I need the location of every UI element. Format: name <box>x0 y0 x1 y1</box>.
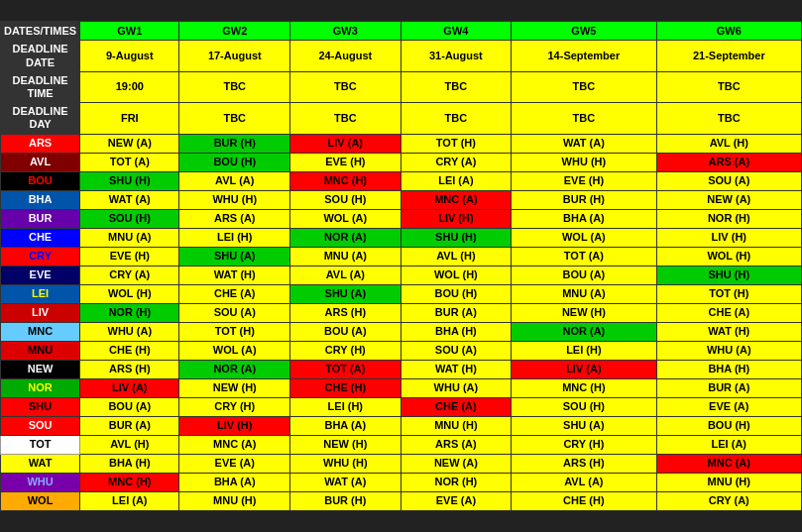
team-row: CHEMNU (A)LEI (H)NOR (A)SHU (H)WOL (A)LI… <box>1 228 802 247</box>
team-gw2-fixture: MNU (H) <box>179 491 290 510</box>
team-gw5-fixture: ARS (H) <box>512 454 656 473</box>
gw3-header: GW3 <box>290 22 401 41</box>
team-name: WOL <box>1 491 80 510</box>
team-gw3-fixture: LIV (A) <box>290 134 401 153</box>
team-gw6-fixture: CRY (A) <box>656 491 801 510</box>
team-gw5-fixture: BHA (A) <box>512 209 656 228</box>
team-row: BURSOU (H)ARS (A)WOL (A)LIV (H)BHA (A)NO… <box>1 209 802 228</box>
team-gw4-fixture: WAT (H) <box>401 360 512 378</box>
team-gw4-fixture: EVE (A) <box>401 491 512 510</box>
team-gw6-fixture: LEI (A) <box>656 435 801 454</box>
team-gw2-fixture: MNC (A) <box>179 435 290 454</box>
team-gw1-fixture: ARS (H) <box>80 360 179 378</box>
team-gw5-fixture: MNU (A) <box>512 284 656 303</box>
team-gw5-fixture: TOT (A) <box>512 247 656 266</box>
team-gw3-fixture: BHA (A) <box>290 416 401 435</box>
team-gw3-fixture: NOR (A) <box>290 228 401 247</box>
info-row: DEADLINE TIME19:00TBCTBCTBCTBCTBC <box>1 71 802 102</box>
info-gw2: TBC <box>179 103 290 134</box>
team-gw3-fixture: TOT (A) <box>290 360 401 378</box>
team-name: SOU <box>1 416 80 435</box>
team-gw4-fixture: BHA (H) <box>401 322 512 341</box>
team-gw4-fixture: TOT (H) <box>401 134 512 153</box>
team-gw4-fixture: BUR (A) <box>401 303 512 322</box>
info-row: DEADLINE DAYFRITBCTBCTBCTBCTBC <box>1 103 802 134</box>
dates-times-header: DATES/TIMES <box>1 22 80 41</box>
team-gw3-fixture: AVL (A) <box>290 266 401 284</box>
team-gw6-fixture: WAT (H) <box>656 322 801 341</box>
team-gw1-fixture: WOL (H) <box>80 284 179 303</box>
team-gw1-fixture: MNC (H) <box>80 473 179 491</box>
team-name: TOT <box>1 435 80 454</box>
team-gw6-fixture: NOR (H) <box>656 209 801 228</box>
team-gw2-fixture: NEW (H) <box>179 378 290 397</box>
team-gw3-fixture: CRY (H) <box>290 341 401 360</box>
team-gw5-fixture: MNC (H) <box>512 378 656 397</box>
info-gw1: 19:00 <box>80 71 179 102</box>
team-gw3-fixture: SHU (A) <box>290 284 401 303</box>
team-gw2-fixture: BOU (H) <box>179 153 290 171</box>
team-row: EVECRY (A)WAT (H)AVL (A)WOL (H)BOU (A)SH… <box>1 266 802 284</box>
team-gw6-fixture: SOU (A) <box>656 171 801 190</box>
team-name: MNC <box>1 322 80 341</box>
team-name: SHU <box>1 397 80 416</box>
header-row: DATES/TIMES GW1 GW2 GW3 GW4 GW5 GW6 <box>1 22 802 41</box>
team-gw2-fixture: NOR (A) <box>179 360 290 378</box>
team-gw2-fixture: ARS (A) <box>179 209 290 228</box>
team-gw1-fixture: WHU (A) <box>80 322 179 341</box>
team-gw1-fixture: CHE (H) <box>80 341 179 360</box>
team-gw6-fixture: TOT (H) <box>656 284 801 303</box>
team-gw5-fixture: WOL (A) <box>512 228 656 247</box>
info-gw1: 9-August <box>80 41 179 71</box>
info-gw5: TBC <box>512 103 656 134</box>
team-gw1-fixture: EVE (H) <box>80 247 179 266</box>
info-label: DEADLINE TIME <box>1 71 80 102</box>
team-gw2-fixture: WAT (H) <box>179 266 290 284</box>
team-gw4-fixture: CHE (A) <box>401 397 512 416</box>
team-gw3-fixture: LEI (H) <box>290 397 401 416</box>
team-gw6-fixture: WHU (A) <box>656 341 801 360</box>
team-name: EVE <box>1 266 80 284</box>
team-name: MNU <box>1 341 80 360</box>
info-gw4: TBC <box>401 103 512 134</box>
team-gw4-fixture: ARS (A) <box>401 435 512 454</box>
info-row: DEADLINE DATE9-August17-August24-August3… <box>1 41 802 71</box>
team-gw5-fixture: EVE (H) <box>512 171 656 190</box>
team-gw2-fixture: CHE (A) <box>179 284 290 303</box>
team-gw2-fixture: SOU (A) <box>179 303 290 322</box>
info-gw4: 31-August <box>401 41 512 71</box>
info-gw4: TBC <box>401 71 512 102</box>
team-gw6-fixture: BUR (A) <box>656 378 801 397</box>
team-gw1-fixture: NEW (A) <box>80 134 179 153</box>
info-gw6: TBC <box>656 103 801 134</box>
team-gw6-fixture: MNC (A) <box>656 454 801 473</box>
gw4-header: GW4 <box>401 22 512 41</box>
team-name: CHE <box>1 228 80 247</box>
team-gw2-fixture: LEI (H) <box>179 228 290 247</box>
info-gw5: 14-September <box>512 41 656 71</box>
team-gw1-fixture: LIV (A) <box>80 378 179 397</box>
info-gw6: 21-September <box>656 41 801 71</box>
team-name: CRY <box>1 247 80 266</box>
info-gw6: TBC <box>656 71 801 102</box>
info-gw2: 17-August <box>179 41 290 71</box>
team-row: LEIWOL (H)CHE (A)SHU (A)BOU (H)MNU (A)TO… <box>1 284 802 303</box>
gw1-header: GW1 <box>80 22 179 41</box>
team-gw1-fixture: MNU (A) <box>80 228 179 247</box>
team-gw3-fixture: BUR (H) <box>290 491 401 510</box>
gw5-header: GW5 <box>512 22 656 41</box>
team-gw6-fixture: BOU (H) <box>656 416 801 435</box>
team-row: NEWARS (H)NOR (A)TOT (A)WAT (H)LIV (A)BH… <box>1 360 802 378</box>
team-gw3-fixture: WOL (A) <box>290 209 401 228</box>
team-gw3-fixture: EVE (H) <box>290 153 401 171</box>
team-row: AVLTOT (A)BOU (H)EVE (H)CRY (A)WHU (H)AR… <box>1 153 802 171</box>
team-gw3-fixture: ARS (H) <box>290 303 401 322</box>
team-row: BHAWAT (A)WHU (H)SOU (H)MNC (A)BUR (H)NE… <box>1 190 802 209</box>
team-gw5-fixture: LIV (A) <box>512 360 656 378</box>
team-name: LIV <box>1 303 80 322</box>
team-row: SOUBUR (A)LIV (H)BHA (A)MNU (H)SHU (A)BO… <box>1 416 802 435</box>
team-name: BOU <box>1 171 80 190</box>
team-gw5-fixture: NEW (H) <box>512 303 656 322</box>
team-gw6-fixture: SHU (H) <box>656 266 801 284</box>
team-row: CRYEVE (H)SHU (A)MNU (A)AVL (H)TOT (A)WO… <box>1 247 802 266</box>
